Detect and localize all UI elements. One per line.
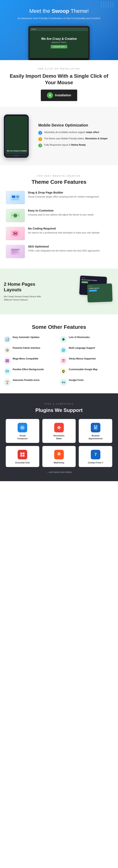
- svg-rect-6: [15, 213, 16, 214]
- plugin-icon-rev: ↻: [54, 423, 64, 432]
- install-button[interactable]: ⬇ Installation: [41, 90, 77, 101]
- svg-rect-16: [11, 251, 17, 251]
- mobile-feature-3: 3 Fully Responsive layout & Retina Ready: [38, 143, 114, 147]
- mobile-feature-text-3: Fully Responsive layout & Retina Ready: [44, 143, 86, 147]
- feature-body-seo: SEO Optimized HTML code integrated into …: [28, 245, 112, 252]
- feat-icon-googlemap: [60, 368, 67, 375]
- laptop-screen-text: We Are Crazy & Creative: [41, 37, 77, 40]
- feat-item-parallax: Parallax Effect Backgrounds: [4, 368, 58, 375]
- svg-text:VC: VC: [21, 427, 24, 429]
- feat-icon-admin: ⚙️: [4, 347, 11, 353]
- feat-icon-multilang: 🌐: [60, 347, 67, 353]
- feat-icon-stickymenu: [60, 358, 67, 364]
- other-features-grid: 🔄 Easy Automatic Updates Lots of Shortco…: [4, 336, 114, 386]
- other-features-title: Some Other Features: [4, 324, 114, 330]
- mobile-feature-text-1: Absolutely all scrollable sections suppo…: [44, 131, 99, 134]
- svg-rect-39: [23, 455, 25, 457]
- svg-text:7: 7: [94, 452, 96, 457]
- feat-icon-shortcodes: [60, 336, 67, 343]
- feat-text-fontello: Awesome Fontello Icons: [13, 379, 39, 382]
- svg-point-41: [58, 454, 59, 454]
- feature-num-1: 1: [38, 131, 42, 135]
- feat-item-admin: ⚙️ Powerful Admin Interface: [4, 347, 58, 353]
- svg-rect-24: [62, 361, 65, 362]
- svg-rect-21: [5, 361, 9, 361]
- hero-title: Meet the Swoop Theme!: [4, 8, 114, 14]
- svg-rect-18: [11, 253, 15, 254]
- svg-rect-1: [12, 196, 15, 198]
- feat-text-stickymenu: Sticky Menus Supported: [69, 358, 96, 361]
- feat-item-shortcodes: Lots of Shortcodes: [60, 336, 114, 343]
- feature-img-customize: [6, 209, 25, 222]
- feature-desc-customize: Amazing easy-to-use options will adjust …: [28, 213, 112, 216]
- mobile-feature-1: 1 Absolutely all scrollable sections sup…: [38, 131, 114, 135]
- svg-rect-36: [20, 453, 22, 454]
- layouts-content: 2 Home Pages Layouts We Create Several U…: [4, 282, 46, 302]
- feat-text-multilang: Multi Language Support: [69, 347, 95, 350]
- laptop-mockup: Swoop We Are Crazy & Creative Awesome Th…: [4, 26, 114, 60]
- install-title: Easily Import Demo With a Single Click o…: [6, 73, 112, 86]
- feat-item-multilang: 🌐 Multi Language Support: [60, 347, 114, 353]
- feat-item-megamenu: Mega Menu Compatible: [4, 358, 58, 364]
- feat-item-googlefonts: Aa Google Fonts: [60, 379, 114, 386]
- plugin-name-vc: VisualComposer: [8, 434, 37, 440]
- mobile-feature-text-2: The theme uses Mobile Friendly sliders, …: [44, 137, 108, 140]
- plugin-card-vc: VC VisualComposer: [6, 419, 39, 443]
- svg-rect-33: [96, 425, 97, 426]
- feature-body-customize: Easy to Customize Amazing easy-to-use op…: [28, 209, 112, 216]
- feature-img-nocoding: [6, 227, 25, 240]
- feat-icon-googlefonts: Aa: [60, 379, 67, 386]
- feature-row-seo: SEO Optimized HTML code integrated into …: [6, 245, 112, 258]
- feat-item-updates: 🔄 Easy Automatic Updates: [4, 336, 58, 343]
- svg-rect-37: [23, 453, 25, 454]
- svg-rect-17: [11, 252, 18, 253]
- mobile-feature-2: 2 The theme uses Mobile Friendly sliders…: [38, 137, 114, 141]
- feat-icon-updates: 🔄: [4, 336, 11, 343]
- plugin-name-cf7: Contact Form 7: [81, 461, 110, 464]
- features-title: Theme Core Features: [6, 179, 112, 185]
- feature-name-seo: SEO Optimized: [28, 245, 112, 248]
- feature-name-customize: Easy to Customize: [28, 209, 112, 212]
- feature-img-seo: [6, 245, 25, 258]
- svg-rect-9: [18, 215, 19, 216]
- layouts-desc: We Create Several Unique Demos With Diff…: [4, 295, 46, 302]
- feature-img-drag: [6, 191, 25, 204]
- layouts-title: 2 Home Pages Layouts: [4, 282, 46, 293]
- svg-text:↻: ↻: [58, 427, 60, 429]
- svg-point-42: [59, 454, 60, 454]
- svg-rect-8: [11, 215, 13, 216]
- feat-text-updates: Easy Automatic Updates: [13, 336, 39, 339]
- plugin-card-booked: BookedAppointments: [79, 419, 112, 443]
- svg-rect-34: [94, 427, 97, 428]
- preview-card-2: Swoop Creative Agency Learn More: [87, 283, 113, 302]
- other-features-section: Some Other Features 🔄 Easy Automatic Upd…: [0, 314, 118, 393]
- svg-marker-19: [62, 338, 65, 341]
- phone-mockup: We Are Crazy & Creative: [4, 115, 36, 158]
- layouts-preview: Swoop We Are Crazy & Creative Discover S…: [48, 276, 114, 307]
- feat-icon-fontello: 🏆: [4, 379, 11, 386]
- feature-desc-nocoding: No need to be a professional web develop…: [28, 231, 112, 235]
- feat-item-fontello: 🏆 Awesome Fontello Icons: [4, 379, 58, 386]
- feature-name-drag: Drag & Drop Page Builder: [28, 191, 112, 194]
- core-features-section: FOR EASY WEBSITE CREATION Theme Core Fea…: [0, 165, 118, 269]
- svg-rect-7: [15, 217, 16, 218]
- plugin-card-mc: MailChimp: [42, 446, 76, 467]
- svg-rect-22: [5, 362, 9, 362]
- laptop-discover-btn: Discover More: [51, 45, 67, 49]
- plugin-name-mc: MailChimp: [44, 461, 74, 464]
- feature-num-2: 2: [38, 137, 42, 141]
- phone-screen-text: We Are Crazy & Creative: [7, 150, 27, 152]
- plugin-card-eg: Essential Grid: [6, 446, 39, 467]
- feat-text-admin: Powerful Admin Interface: [13, 347, 40, 350]
- feature-row-drag: Drag & Drop Page Builder Visual Composer…: [6, 191, 112, 204]
- svg-rect-2: [16, 196, 19, 198]
- plugin-card-rev: ↻ RevolutionSlider: [42, 419, 76, 443]
- plugin-icon-vc: VC: [18, 423, 27, 432]
- svg-rect-38: [20, 455, 22, 457]
- svg-rect-27: [6, 371, 8, 372]
- svg-rect-23: [62, 360, 65, 360]
- features-eyebrow: FOR EASY WEBSITE CREATION: [6, 175, 112, 177]
- svg-rect-32: [94, 425, 95, 426]
- mobile-features: Mobile Device Optimization 1 Absolutely …: [36, 123, 114, 150]
- feat-item-stickymenu: Sticky Menus Supported: [60, 358, 114, 364]
